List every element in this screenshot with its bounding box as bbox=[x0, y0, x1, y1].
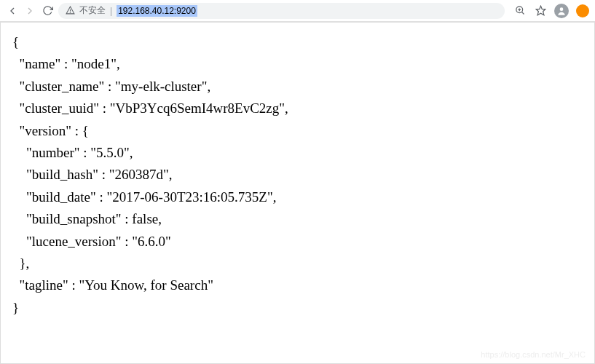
svg-point-7 bbox=[560, 7, 564, 11]
svg-line-3 bbox=[521, 12, 524, 14]
field-lucene-version: 6.6.0 bbox=[138, 234, 165, 249]
field-cluster-name: my-elk-cluster bbox=[121, 79, 202, 94]
watermark-text: https://blog.csdn.net/Mr_XHC bbox=[481, 350, 586, 359]
zoom-icon[interactable] bbox=[513, 4, 527, 17]
field-cluster-uuid: VbP3Ycq6SemI4wr8EvC2zg bbox=[115, 100, 279, 116]
field-build-snapshot: false bbox=[132, 211, 158, 226]
toolbar-right bbox=[513, 4, 589, 18]
profile-avatar[interactable] bbox=[554, 4, 569, 18]
field-tagline: You Know, for Search bbox=[84, 277, 208, 293]
svg-marker-6 bbox=[536, 6, 545, 15]
field-version-number: 5.5.0 bbox=[96, 145, 124, 160]
notification-badge[interactable] bbox=[576, 4, 589, 17]
reload-button[interactable] bbox=[41, 4, 54, 17]
not-secure-label: 不安全 bbox=[79, 4, 106, 17]
field-build-hash: 260387d bbox=[114, 167, 163, 182]
url-text[interactable]: 192.168.40.12:9200 bbox=[117, 5, 197, 17]
json-response-body: { "name" : "node1", "cluster_name" : "my… bbox=[1, 23, 594, 328]
forward-button[interactable] bbox=[23, 4, 36, 17]
svg-point-1 bbox=[70, 12, 71, 13]
back-button[interactable] bbox=[6, 4, 19, 17]
bookmark-icon[interactable] bbox=[534, 4, 547, 17]
field-build-date: 2017-06-30T23:16:05.735Z bbox=[112, 189, 267, 205]
not-secure-icon bbox=[66, 6, 75, 15]
field-name: node1 bbox=[77, 56, 111, 71]
address-bar[interactable]: 不安全 | 192.168.40.12:9200 bbox=[58, 3, 505, 19]
page-viewport: { "name" : "node1", "cluster_name" : "my… bbox=[0, 22, 595, 364]
browser-toolbar: 不安全 | 192.168.40.12:9200 bbox=[0, 0, 595, 22]
address-divider: | bbox=[110, 6, 112, 16]
